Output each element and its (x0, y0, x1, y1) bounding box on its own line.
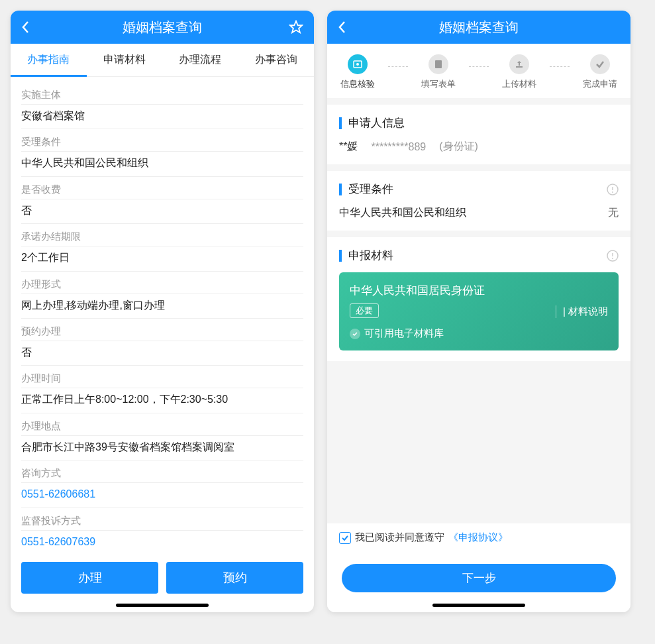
apply-body: 信息核验填写表单上传材料完成申请 申请人信息 **媛 *********889 … (327, 44, 630, 612)
tabs: 办事指南 申请材料 办理流程 办事咨询 (11, 44, 314, 77)
header: 婚姻档案查询 (327, 11, 630, 44)
done-icon (590, 54, 610, 74)
info-icon[interactable] (607, 184, 619, 195)
field-value: 合肥市长江中路39号安徽省档案馆档案调阅室 (21, 436, 303, 460)
field-label: 承诺办结期限 (21, 229, 303, 246)
step-connector (469, 66, 489, 67)
field-label: 咨询方式 (21, 466, 303, 483)
tab-materials[interactable]: 申请材料 (87, 44, 163, 76)
applicant-name: **媛 (339, 140, 358, 154)
favorite-icon[interactable] (289, 20, 303, 34)
verify-icon (348, 54, 368, 74)
field-label: 办理地点 (21, 419, 303, 436)
field-label: 是否收费 (21, 182, 303, 199)
check-circle-icon (350, 329, 360, 339)
tab-guide[interactable]: 办事指南 (11, 44, 87, 76)
step-connector (388, 66, 408, 67)
back-icon[interactable] (338, 21, 346, 34)
applicant-id-type: (身份证) (439, 140, 478, 154)
applicant-row: **媛 *********889 (身份证) (339, 140, 619, 154)
field-value: 2个工作日 (21, 246, 303, 271)
field-value: 安徽省档案馆 (21, 105, 303, 129)
header: 婚姻档案查询 (11, 11, 314, 44)
back-icon[interactable] (21, 21, 29, 34)
material-explain[interactable]: | 材料说明 (556, 305, 608, 318)
required-badge: 必要 (350, 303, 379, 318)
phone-guide: 婚姻档案查询 办事指南 申请材料 办理流程 办事咨询 实施主体安徽省档案馆受理条… (11, 11, 314, 612)
step-connector (550, 66, 570, 67)
svg-rect-4 (516, 66, 523, 68)
handle-button[interactable]: 办理 (21, 562, 158, 594)
step-indicator: 信息核验填写表单上传材料完成申请 (327, 44, 630, 98)
field-label: 实施主体 (21, 87, 303, 105)
step-label: 填写表单 (421, 78, 456, 90)
field-label: 办理形式 (21, 277, 303, 294)
tab-consult[interactable]: 办事咨询 (238, 44, 315, 76)
agreement-row: 我已阅读并同意遵守 《申报协议》 (327, 523, 630, 552)
step-upload: 上传材料 (502, 54, 536, 90)
field-value: 正常工作日上午8:00~12:00，下午2:30~5:30 (21, 388, 303, 413)
svg-marker-0 (290, 21, 302, 32)
condition-row: 中华人民共和国公民和组织 无 (339, 206, 619, 220)
field-value[interactable]: 0551-62606681 (21, 483, 303, 508)
material-sub: 可引用电子材料库 (350, 327, 485, 340)
svg-point-2 (356, 63, 359, 66)
step-label: 信息核验 (340, 78, 375, 90)
home-indicator[interactable] (116, 604, 209, 607)
applicant-id: *********889 (371, 141, 426, 153)
step-verify: 信息核验 (340, 54, 375, 90)
field-value: 中华人民共和国公民和组织 (21, 152, 303, 176)
field-value[interactable]: 0551-62607639 (21, 531, 303, 553)
condition-status: 无 (608, 206, 619, 220)
svg-rect-3 (435, 60, 442, 68)
phone-apply: 婚姻档案查询 信息核验填写表单上传材料完成申请 申请人信息 **媛 ******… (327, 11, 630, 612)
field-value: 网上办理,移动端办理,窗口办理 (21, 294, 303, 319)
agreement-link[interactable]: 《申报协议》 (448, 531, 508, 544)
step-done: 完成申请 (583, 54, 617, 90)
svg-point-10 (612, 258, 613, 259)
next-button[interactable]: 下一步 (342, 564, 616, 592)
card-title-applicant: 申请人信息 (339, 115, 619, 131)
step-label: 完成申请 (583, 78, 617, 90)
card-title-materials: 申报材料 (339, 248, 619, 263)
agreement-text: 我已阅读并同意遵守 (355, 531, 444, 544)
material-title: 中华人民共和国居民身份证 (350, 283, 485, 298)
card-title-condition: 受理条件 (339, 182, 619, 197)
step-form: 填写表单 (421, 54, 456, 90)
agreement-checkbox[interactable] (339, 532, 351, 544)
field-label: 受理条件 (21, 134, 303, 152)
field-value: 否 (21, 199, 303, 224)
field-label: 预约办理 (21, 324, 303, 341)
material-item[interactable]: 中华人民共和国居民身份证 必要 可引用电子材料库 | 材料说明 (339, 272, 619, 350)
field-label: 监督投诉方式 (21, 513, 303, 531)
field-label: 办理时间 (21, 371, 303, 388)
tab-process[interactable]: 办理流程 (162, 44, 238, 76)
reserve-button[interactable]: 预约 (166, 562, 303, 594)
materials-card: 申报材料 中华人民共和国居民身份证 必要 可引用电子材料库 | 材料说明 (327, 237, 630, 361)
details-panel: 实施主体安徽省档案馆受理条件中华人民共和国公民和组织是否收费否承诺办结期限2个工… (11, 77, 314, 553)
field-value: 否 (21, 341, 303, 366)
page-title: 婚姻档案查询 (439, 19, 519, 36)
form-icon (428, 54, 448, 74)
step-label: 上传材料 (502, 78, 536, 90)
condition-text: 中华人民共和国公民和组织 (339, 206, 466, 220)
applicant-card: 申请人信息 **媛 *********889 (身份证) (327, 105, 630, 164)
upload-icon (509, 54, 529, 74)
condition-card: 受理条件 中华人民共和国公民和组织 无 (327, 171, 630, 231)
home-indicator[interactable] (432, 604, 525, 607)
page-title: 婚姻档案查询 (123, 19, 202, 36)
info-icon[interactable] (607, 250, 619, 262)
svg-point-7 (612, 191, 613, 193)
